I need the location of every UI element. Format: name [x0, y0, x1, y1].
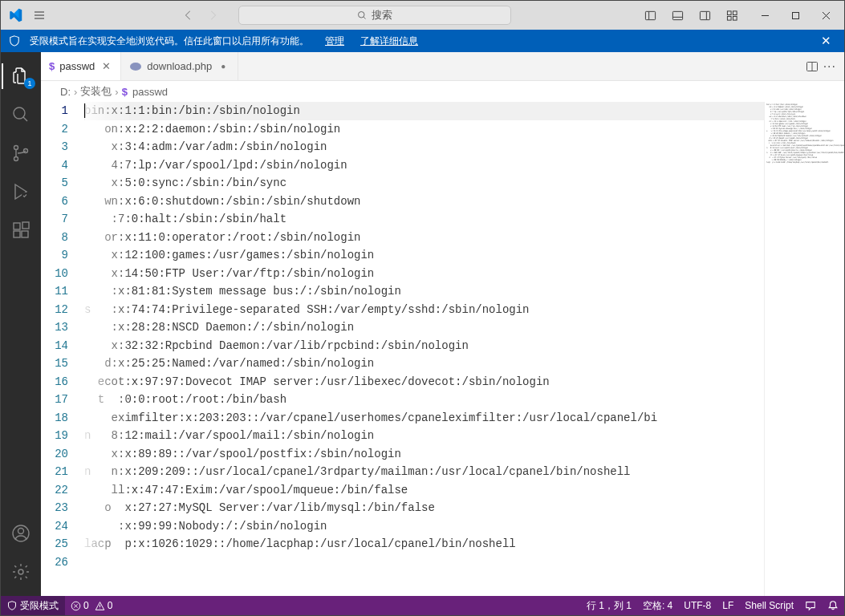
vscode-logo: [4, 4, 26, 26]
svg-point-19: [18, 529, 24, 534]
explorer-badge: 1: [24, 78, 35, 89]
crumb-file[interactable]: passwd: [132, 86, 168, 98]
crumb-item[interactable]: D:: [60, 86, 71, 98]
minimap-content: bin:x:1:1:bin:/bin:/sbin/nologin on:x:2:…: [765, 102, 844, 165]
code-line[interactable]: 7 :7:0:halt:/sbin:/sbin/halt: [41, 210, 764, 229]
bell-icon: [827, 600, 839, 611]
chevron-right-icon: ›: [74, 86, 77, 98]
code-line[interactable]: 2 on:x:2:2:daemon:/sbin:/sbin/nologin: [41, 120, 764, 139]
run-debug-activity[interactable]: [2, 174, 40, 209]
layout-right-icon[interactable]: [692, 2, 717, 28]
minimap[interactable]: bin:x:1:1:bin:/bin:/sbin/nologin on:x:2:…: [764, 102, 844, 596]
code-line[interactable]: 14 x:32:32:Rpcbind Daemon:/var/lib/rpcbi…: [41, 337, 764, 355]
tab-download-php[interactable]: download.php: [121, 52, 238, 80]
shield-icon: [9, 35, 20, 47]
banner-close-button[interactable]: ✕: [816, 34, 836, 48]
svg-rect-5: [733, 10, 737, 14]
search-activity[interactable]: [2, 97, 40, 132]
code-line[interactable]: 25lacp p:x:1026:1029::/home/lacphap:/usr…: [41, 535, 764, 553]
svg-rect-8: [792, 12, 798, 18]
editor-tabs: $ passwd ✕ download.php ···: [41, 52, 844, 81]
tab-close-button[interactable]: ✕: [100, 60, 112, 72]
extensions-activity[interactable]: [2, 213, 40, 248]
svg-point-0: [358, 12, 364, 18]
code-line[interactable]: 16 ecot:x:97:97:Dovecot IMAP server:/usr…: [41, 373, 764, 391]
code-line[interactable]: 10 x:14:50:FTP User:/var/ftp:/sbin/nolog…: [41, 265, 764, 283]
tab-dirty-indicator: [217, 62, 230, 71]
code-line[interactable]: 21n n:x:209:209::/usr/local/cpanel/3rdpa…: [41, 463, 764, 481]
code-line[interactable]: 23 o x:27:27:MySQL Server:/var/lib/mysql…: [41, 499, 764, 517]
nav-back-button[interactable]: [179, 6, 198, 25]
search-placeholder: 搜索: [372, 8, 392, 22]
problems-status[interactable]: 0 0: [65, 600, 118, 611]
svg-rect-3: [700, 11, 709, 19]
restricted-mode-status[interactable]: 受限模式: [1, 596, 65, 615]
more-actions-button[interactable]: ···: [823, 59, 836, 74]
tab-passwd[interactable]: $ passwd ✕: [41, 52, 121, 80]
chevron-right-icon: ›: [115, 86, 118, 98]
settings-activity[interactable]: [2, 554, 40, 590]
shield-icon: [7, 601, 17, 610]
maximize-button[interactable]: [780, 2, 810, 28]
title-bar: 搜索: [1, 1, 844, 30]
warning-icon: [95, 601, 105, 611]
feedback-status[interactable]: [799, 600, 822, 611]
error-icon: [71, 601, 81, 611]
eol-status[interactable]: LF: [717, 600, 739, 611]
code-line[interactable]: 19n 8:12:mail:/var/spool/mail:/sbin/nolo…: [41, 427, 764, 445]
code-line[interactable]: 6 wn:x:6:0:shutdown:/sbin:/sbin/shutdown: [41, 192, 764, 211]
code-editor[interactable]: 1bin:x:1:1:bin:/bin:/sbin/nologin2 on:x:…: [41, 102, 764, 596]
svg-rect-15: [14, 231, 20, 237]
php-file-icon: [129, 62, 142, 71]
indentation-status[interactable]: 空格: 4: [637, 599, 678, 613]
encoding-status[interactable]: UTF-8: [678, 600, 717, 611]
code-line[interactable]: 12s :x:74:74:Privilege-separated SSH:/va…: [41, 301, 764, 319]
split-editor-button[interactable]: [806, 60, 819, 73]
activity-bar: 1: [1, 52, 41, 596]
nav-forward-button[interactable]: [203, 6, 222, 25]
tab-label: download.php: [147, 60, 212, 72]
breadcrumbs[interactable]: D: › 安装包 › $ passwd: [41, 81, 844, 102]
close-window-button[interactable]: [810, 2, 841, 28]
code-line[interactable]: 17 t :0:0:root:/root:/bin/bash: [41, 391, 764, 409]
svg-rect-6: [727, 16, 731, 20]
code-line[interactable]: 3 x:3:4:adm:/var/adm:/sbin/nologin: [41, 138, 764, 156]
code-line[interactable]: 22 ll:x:47:47:Exim:/var/spool/mqueue:/bi…: [41, 481, 764, 500]
status-bar: 受限模式 0 0 行 1，列 1 空格: 4 UTF-8 LF Shell Sc…: [1, 596, 844, 615]
svg-rect-2: [672, 11, 682, 19]
app-menu-button[interactable]: [26, 2, 52, 28]
code-line[interactable]: 13 :x:28:28:NSCD Daemon:/:/sbin/nologin: [41, 318, 764, 337]
global-search-box[interactable]: 搜索: [238, 6, 511, 25]
shell-file-icon: $: [49, 60, 55, 72]
layout-bottom-icon[interactable]: [664, 2, 690, 28]
accounts-activity[interactable]: [2, 516, 40, 551]
customize-layout-icon[interactable]: [719, 2, 745, 28]
banner-learn-link[interactable]: 了解详细信息: [360, 34, 418, 48]
crumb-item[interactable]: 安装包: [80, 84, 112, 99]
scm-activity[interactable]: [2, 136, 40, 171]
language-mode-status[interactable]: Shell Script: [739, 600, 799, 611]
feedback-icon: [805, 600, 816, 611]
code-line[interactable]: 24 :x:99:99:Nobody:/:/sbin/nologin: [41, 517, 764, 536]
code-line[interactable]: 1bin:x:1:1:bin:/bin:/sbin/nologin: [41, 102, 764, 120]
code-line[interactable]: 4 4:7:lp:/var/spool/lpd:/sbin/nologin: [41, 156, 764, 175]
editor-group: $ passwd ✕ download.php ···: [41, 52, 844, 596]
code-line[interactable]: 8 or:x:11:0:operator:/root:/sbin/nologin: [41, 229, 764, 247]
svg-point-11: [14, 157, 18, 161]
cursor-position-status[interactable]: 行 1，列 1: [581, 599, 637, 613]
code-line[interactable]: 5 x:5:0:sync:/sbin:/bin/sync: [41, 174, 764, 192]
notifications-status[interactable]: [822, 600, 844, 611]
tab-label: passwd: [59, 60, 95, 72]
code-line[interactable]: 11 :x:81:81:System message bus:/:/sbin/n…: [41, 282, 764, 301]
svg-rect-17: [22, 222, 29, 229]
banner-manage-link[interactable]: 管理: [325, 34, 344, 48]
code-line[interactable]: 15 d:x:25:25:Named:/var/named:/sbin/nolo…: [41, 355, 764, 373]
minimize-button[interactable]: [750, 2, 780, 28]
code-line[interactable]: 20 x:x:89:89::/var/spool/postfix:/sbin/n…: [41, 445, 764, 464]
explorer-activity[interactable]: 1: [2, 59, 40, 94]
code-line[interactable]: 18 eximfilter:x:203:203::/var/cpanel/use…: [41, 409, 764, 428]
layout-left-icon[interactable]: [637, 2, 663, 28]
code-line[interactable]: 26: [41, 553, 764, 572]
svg-rect-7: [733, 16, 737, 20]
code-line[interactable]: 9 x:12:100:games:/usr/games:/sbin/nologi…: [41, 246, 764, 265]
